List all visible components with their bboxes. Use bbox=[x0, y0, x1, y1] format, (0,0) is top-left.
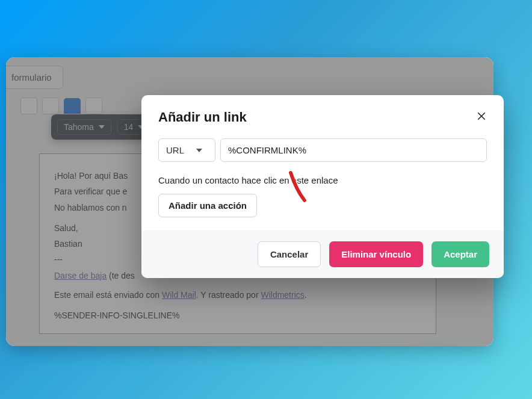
remove-link-button[interactable]: Eliminar vínculo bbox=[329, 241, 423, 267]
link-url-input[interactable] bbox=[220, 138, 487, 162]
modal-title: Añadir un link bbox=[158, 110, 247, 125]
link-type-label: URL bbox=[166, 145, 184, 155]
link-type-select[interactable]: URL bbox=[158, 138, 215, 162]
click-hint-text: Cuando un contacto hace clic en este enl… bbox=[158, 175, 487, 185]
close-icon[interactable] bbox=[476, 111, 487, 124]
cancel-button[interactable]: Cancelar bbox=[258, 241, 321, 267]
accept-button[interactable]: Aceptar bbox=[431, 241, 489, 267]
add-action-button[interactable]: Añadir una acción bbox=[158, 194, 257, 217]
add-link-modal: Añadir un link URL Cuando un contacto ha… bbox=[141, 95, 504, 278]
chevron-down-icon bbox=[196, 149, 202, 152]
